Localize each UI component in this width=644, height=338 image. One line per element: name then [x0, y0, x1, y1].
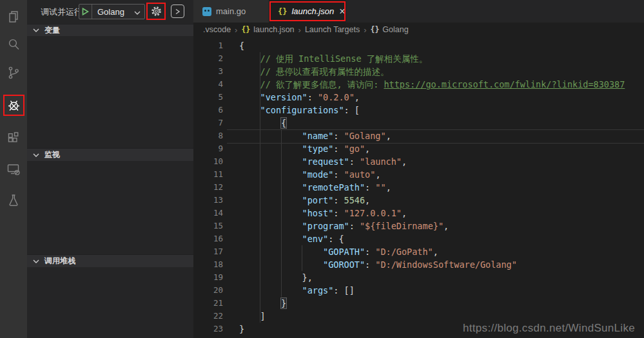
extensions-icon[interactable] [0, 125, 27, 152]
line-number[interactable]: 6 [193, 104, 223, 117]
code-line-13[interactable]: 13 "port": 5546, [193, 194, 644, 207]
code-line-14[interactable]: 14 "host": "127.0.0.1", [193, 207, 644, 220]
code-text: "configurations": [ [239, 104, 360, 117]
line-number[interactable]: 5 [193, 91, 223, 104]
line-number[interactable]: 7 [193, 117, 223, 129]
line-number[interactable]: 9 [193, 142, 223, 155]
code-editor[interactable]: 1{2 // 使用 IntelliSense 了解相关属性。3 // 悬停以查看… [193, 37, 644, 338]
line-number[interactable]: 21 [193, 297, 223, 310]
code-text: // 欲了解更多信息, 请访问: https://go.microsoft.co… [239, 78, 625, 91]
breadcrumb-separator-icon: › [364, 25, 366, 35]
code-line-21[interactable]: 21 } [193, 297, 644, 310]
code-text: "args": [] [239, 284, 355, 297]
source-control-icon[interactable] [0, 59, 27, 86]
explorer-icon[interactable] [0, 3, 27, 30]
line-number[interactable]: 1 [193, 39, 223, 52]
remote-explorer-icon[interactable] [0, 156, 27, 183]
debug-sidebar: 调试并运行 Golang 变量 监视 调用堆栈 [27, 0, 193, 338]
code-line-3[interactable]: 3 // 悬停以查看现有属性的描述。 [193, 65, 644, 78]
line-number[interactable]: 19 [193, 271, 223, 284]
debug-view-title: 调试并运行 [41, 6, 83, 18]
line-number[interactable]: 17 [193, 245, 223, 258]
debug-config-selected: Golang [97, 7, 124, 17]
debug-console-icon[interactable] [171, 5, 184, 18]
code-line-17[interactable]: 17 "GOPATH": "D:/GoPath", [193, 245, 644, 258]
code-text: { [239, 117, 286, 129]
section-header-callstack[interactable]: 调用堆栈 [27, 254, 193, 267]
tab-launch-json[interactable]: {} launch.json × [269, 0, 346, 23]
code-text: // 悬停以查看现有属性的描述。 [239, 65, 389, 78]
code-line-16[interactable]: 16 "env": { [193, 232, 644, 245]
search-icon[interactable] [0, 31, 27, 58]
go-file-icon [202, 7, 211, 16]
code-text: "program": "${fileDirname}", [239, 220, 449, 232]
line-number[interactable]: 18 [193, 258, 223, 271]
line-number[interactable]: 10 [193, 155, 223, 168]
code-text: { [239, 39, 244, 52]
annotation-box-debug-icon [3, 95, 24, 116]
code-line-15[interactable]: 15 "program": "${fileDirname}", [193, 220, 644, 232]
line-number[interactable]: 16 [193, 232, 223, 245]
code-line-9[interactable]: 9 "type": "go", [193, 142, 644, 155]
code-line-8[interactable]: 8 "name": "Golang", [193, 129, 644, 142]
section-header-variables[interactable]: 变量 [27, 24, 193, 36]
line-number[interactable]: 15 [193, 220, 223, 232]
code-line-11[interactable]: 11 "mode": "auto", [193, 168, 644, 181]
close-icon[interactable]: × [339, 6, 345, 17]
line-number[interactable]: 13 [193, 194, 223, 207]
code-text: "type": "go", [239, 142, 370, 155]
code-text: "request": "launch", [239, 155, 407, 168]
code-line-20[interactable]: 20 "args": [] [193, 284, 644, 297]
code-line-10[interactable]: 10 "request": "launch", [193, 155, 644, 168]
section-label: 变量 [44, 25, 60, 36]
code-text: "port": 5546, [239, 194, 370, 207]
gear-icon[interactable] [150, 5, 162, 17]
line-number[interactable]: 14 [193, 207, 223, 220]
breadcrumb-file[interactable]: launch.json [253, 25, 294, 34]
line-number[interactable]: 23 [193, 323, 223, 335]
code-text: // 使用 IntelliSense 了解相关属性。 [239, 52, 427, 65]
code-text: "name": "Golang", [239, 129, 391, 142]
code-line-19[interactable]: 19 }, [193, 271, 644, 284]
code-line-23[interactable]: 23} [193, 323, 644, 335]
start-debug-button[interactable] [79, 5, 92, 19]
breadcrumb-separator-icon: › [298, 25, 301, 35]
breadcrumb-separator-icon: › [235, 25, 237, 35]
code-line-12[interactable]: 12 "remotePath": "", [193, 181, 644, 194]
code-lines: 1{2 // 使用 IntelliSense 了解相关属性。3 // 悬停以查看… [193, 39, 644, 335]
tab-label: launch.json [291, 6, 334, 16]
testing-beaker-icon[interactable] [0, 187, 27, 214]
code-line-2[interactable]: 2 // 使用 IntelliSense 了解相关属性。 [193, 52, 644, 65]
breadcrumb-symbol-golang[interactable]: Golang [382, 25, 408, 34]
chevron-down-icon[interactable] [134, 6, 141, 17]
code-line-22[interactable]: 22 ] [193, 310, 644, 323]
breadcrumb-symbol-launch-targets[interactable]: Launch Targets [305, 25, 360, 34]
line-number[interactable]: 4 [193, 78, 223, 91]
tab-label: main.go [216, 6, 246, 16]
chevron-down-icon [33, 259, 39, 263]
line-number[interactable]: 12 [193, 181, 223, 194]
activity-bar [0, 0, 27, 338]
debug-config-picker[interactable]: Golang [79, 4, 145, 19]
code-line-5[interactable]: 5 "version": "0.2.0", [193, 91, 644, 104]
code-text: "GOPATH": "D:/GoPath", [239, 245, 438, 258]
line-number[interactable]: 22 [193, 310, 223, 323]
code-line-1[interactable]: 1{ [193, 39, 644, 52]
chevron-down-icon [33, 153, 39, 157]
section-header-watch[interactable]: 监视 [27, 148, 193, 161]
code-line-7[interactable]: 7 { [193, 117, 644, 129]
line-number[interactable]: 2 [193, 52, 223, 65]
editor-tab-bar: main.go {} launch.json × [193, 0, 644, 23]
code-text: "GOROOT": "D:/WindowsSoftware/Golang" [239, 258, 517, 271]
line-number[interactable]: 11 [193, 168, 223, 181]
breadcrumb-folder[interactable]: .vscode [203, 25, 231, 34]
tab-main-go[interactable]: main.go [193, 0, 269, 23]
code-text: }, [239, 271, 313, 284]
line-number[interactable]: 8 [193, 129, 223, 142]
code-line-18[interactable]: 18 "GOROOT": "D:/WindowsSoftware/Golang" [193, 258, 644, 271]
code-line-6[interactable]: 6 "configurations": [ [193, 104, 644, 117]
line-number[interactable]: 20 [193, 284, 223, 297]
line-number[interactable]: 3 [193, 65, 223, 78]
code-line-4[interactable]: 4 // 欲了解更多信息, 请访问: https://go.microsoft.… [193, 78, 644, 91]
code-text: "host": "127.0.0.1", [239, 207, 407, 220]
